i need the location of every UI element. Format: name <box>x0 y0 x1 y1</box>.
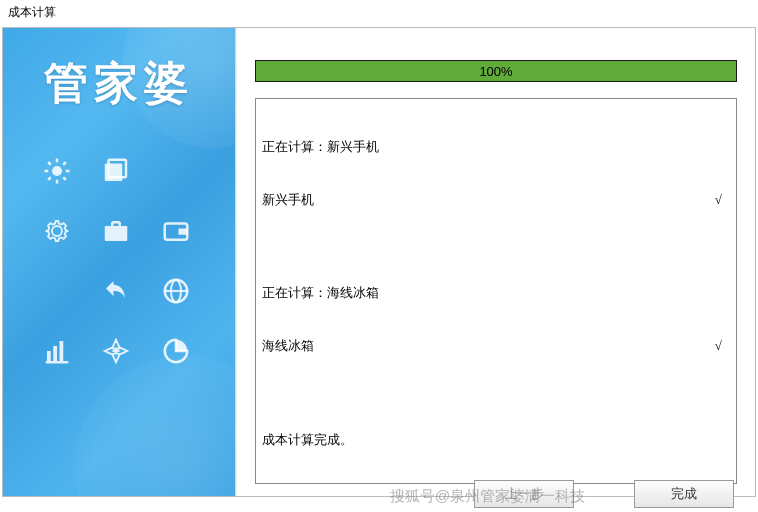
svg-rect-18 <box>53 346 57 361</box>
svg-rect-19 <box>60 341 64 361</box>
svg-rect-10 <box>105 164 123 182</box>
log-line: 正在计算：新兴手机 <box>262 138 730 156</box>
svg-point-0 <box>52 166 62 176</box>
svg-line-5 <box>48 162 51 165</box>
log-line: 正在计算：海线冰箱 <box>262 284 730 302</box>
content-area: 100% 正在计算：新兴手机 新兴手机√ 正在计算：海线冰箱 海线冰箱√ 成本计… <box>237 28 755 496</box>
globe-icon <box>158 273 194 309</box>
progress-bar: 100% <box>255 60 737 82</box>
star-icon <box>98 333 134 369</box>
stack-icon <box>98 153 134 189</box>
undo-icon <box>98 273 134 309</box>
sidebar-icon-grid <box>3 113 235 389</box>
svg-rect-11 <box>105 226 128 241</box>
svg-line-6 <box>63 177 66 180</box>
main-panel: 管家婆 100% 正在计算：新兴手机 新兴手机√ <box>2 27 756 497</box>
log-output[interactable]: 正在计算：新兴手机 新兴手机√ 正在计算：海线冰箱 海线冰箱√ 成本计算完成。 … <box>255 98 737 484</box>
blank-icon-1 <box>158 153 194 189</box>
svg-line-8 <box>63 162 66 165</box>
blank-icon-2 <box>39 273 75 309</box>
briefcase-icon <box>98 213 134 249</box>
pie-chart-icon <box>158 333 194 369</box>
sidebar: 管家婆 <box>3 28 235 496</box>
progress-text: 100% <box>479 64 512 79</box>
svg-rect-13 <box>178 229 187 235</box>
log-line: 海线冰箱√ <box>262 337 730 355</box>
finish-button[interactable]: 完成 <box>634 480 734 508</box>
wallet-icon <box>158 213 194 249</box>
log-line: 成本计算完成。 <box>262 431 730 449</box>
svg-line-7 <box>48 177 51 180</box>
svg-rect-17 <box>47 351 51 361</box>
prev-button[interactable]: 上一步 <box>474 480 574 508</box>
window-title: 成本计算 <box>0 0 758 25</box>
log-line: 新兴手机√ <box>262 191 730 209</box>
button-bar: 上一步 完成 <box>474 480 734 508</box>
progress-container: 100% <box>255 60 737 82</box>
bar-chart-icon <box>39 333 75 369</box>
brand-logo: 管家婆 <box>3 28 235 113</box>
gear-icon <box>39 213 75 249</box>
sun-icon <box>39 153 75 189</box>
